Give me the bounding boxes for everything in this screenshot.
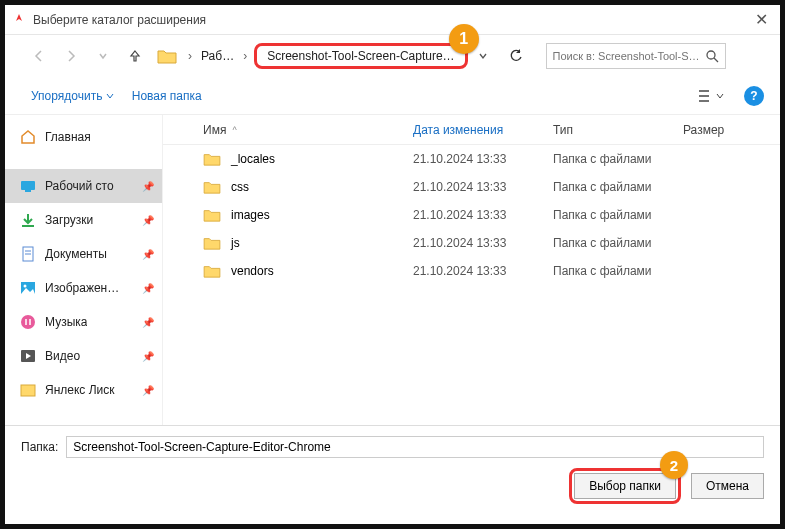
sidebar-icon (19, 313, 37, 331)
folder-label: Папка: (21, 440, 58, 454)
sidebar: ГлавнаяРабочий сто📌Загрузки📌Документы📌Из… (5, 115, 163, 425)
svg-rect-6 (25, 190, 31, 192)
back-button[interactable] (25, 42, 53, 70)
recent-dropdown[interactable] (89, 42, 117, 70)
window-title: Выберите каталог расширения (33, 13, 749, 27)
table-row[interactable]: images21.10.2024 13:33Папка с файлами (163, 201, 780, 229)
folder-icon (157, 48, 177, 64)
svg-point-13 (21, 315, 35, 329)
sidebar-item-label: Главная (45, 130, 91, 144)
sidebar-item[interactable]: Загрузки📌 (5, 203, 162, 237)
folder-icon (203, 152, 221, 166)
file-date: 21.10.2024 13:33 (413, 236, 553, 250)
svg-rect-15 (21, 385, 35, 396)
select-folder-button[interactable]: Выбор папки (574, 473, 676, 499)
file-name: images (231, 208, 270, 222)
sidebar-icon (19, 128, 37, 146)
search-input[interactable] (553, 50, 705, 62)
file-date: 21.10.2024 13:33 (413, 264, 553, 278)
svg-line-1 (714, 58, 718, 62)
chevron-right-icon[interactable]: › (185, 49, 195, 63)
callout-badge-2: 2 (660, 451, 688, 479)
callout-badge-1: 1 (449, 24, 479, 54)
breadcrumb-1[interactable]: Раб… (199, 49, 236, 63)
file-date: 21.10.2024 13:33 (413, 180, 553, 194)
search-box[interactable] (546, 43, 726, 69)
sidebar-icon (19, 211, 37, 229)
file-name: css (231, 180, 249, 194)
sidebar-icon (19, 177, 37, 195)
file-type: Папка с файлами (553, 152, 683, 166)
file-type: Папка с файлами (553, 208, 683, 222)
main-area: ГлавнаяРабочий сто📌Загрузки📌Документы📌Из… (5, 115, 780, 425)
pin-icon: 📌 (142, 283, 154, 294)
sidebar-icon (19, 245, 37, 263)
header-date[interactable]: Дата изменения (413, 123, 553, 137)
close-icon[interactable]: ✕ (749, 10, 774, 29)
sidebar-icon (19, 279, 37, 297)
table-row[interactable]: css21.10.2024 13:33Папка с файлами (163, 173, 780, 201)
sidebar-item-label: Музыка (45, 315, 87, 329)
sidebar-item-label: Янлекс Лиск (45, 383, 115, 397)
chevron-right-icon[interactable]: › (240, 49, 250, 63)
organize-menu[interactable]: Упорядочить (31, 89, 114, 103)
refresh-button[interactable] (498, 48, 534, 64)
pin-icon: 📌 (142, 385, 154, 396)
new-folder-button[interactable]: Новая папка (132, 89, 202, 103)
folder-icon (203, 180, 221, 194)
sidebar-icon (19, 347, 37, 365)
table-row[interactable]: js21.10.2024 13:33Папка с файлами (163, 229, 780, 257)
file-date: 21.10.2024 13:33 (413, 152, 553, 166)
header-size[interactable]: Размер (683, 123, 780, 137)
sidebar-item-label: Рабочий сто (45, 179, 114, 193)
button-row: Выбор папки 2 Отмена (21, 468, 764, 504)
table-row[interactable]: _locales21.10.2024 13:33Папка с файлами (163, 145, 780, 173)
pin-icon: 📌 (142, 351, 154, 362)
file-pane: Имя^ Дата изменения Тип Размер _locales2… (163, 115, 780, 425)
search-icon[interactable] (705, 49, 719, 63)
file-type: Папка с файлами (553, 236, 683, 250)
file-type: Папка с файлами (553, 264, 683, 278)
file-date: 21.10.2024 13:33 (413, 208, 553, 222)
sidebar-item[interactable]: Музыка📌 (5, 305, 162, 339)
sidebar-item-label: Видео (45, 349, 80, 363)
folder-line: Папка: (21, 436, 764, 458)
path-dropdown[interactable] (472, 51, 494, 61)
sidebar-item[interactable]: Изображен…📌 (5, 271, 162, 305)
forward-button[interactable] (57, 42, 85, 70)
sidebar-icon (19, 381, 37, 399)
breadcrumb-current-highlight: Screenshot-Tool-Screen-Capture… 1 (254, 43, 467, 69)
sort-indicator-icon: ^ (232, 125, 236, 135)
cancel-button[interactable]: Отмена (691, 473, 764, 499)
file-name: js (231, 236, 240, 250)
nav-row: › Раб… › Screenshot-Tool-Screen-Capture…… (5, 35, 780, 77)
sidebar-item[interactable]: Главная (5, 115, 162, 159)
pin-icon: 📌 (142, 249, 154, 260)
table-row[interactable]: vendors21.10.2024 13:33Папка с файлами (163, 257, 780, 285)
sidebar-item[interactable]: Янлекс Лиск📌 (5, 373, 162, 407)
sidebar-item-label: Изображен… (45, 281, 119, 295)
header-name[interactable]: Имя^ (163, 123, 413, 137)
breadcrumb-current[interactable]: Screenshot-Tool-Screen-Capture… (265, 49, 456, 63)
file-name: vendors (231, 264, 274, 278)
view-menu[interactable] (696, 85, 726, 107)
svg-point-0 (707, 51, 715, 59)
bottom-panel: Папка: Выбор папки 2 Отмена (5, 425, 780, 516)
folder-input[interactable] (66, 436, 764, 458)
toolbar: Упорядочить Новая папка ? (5, 77, 780, 115)
up-button[interactable] (121, 42, 149, 70)
help-icon[interactable]: ? (744, 86, 764, 106)
header-type[interactable]: Тип (553, 123, 683, 137)
sidebar-item[interactable]: Документы📌 (5, 237, 162, 271)
sidebar-item-label: Загрузки (45, 213, 93, 227)
pin-icon: 📌 (142, 181, 154, 192)
sidebar-item[interactable]: Видео📌 (5, 339, 162, 373)
sidebar-item[interactable]: Рабочий сто📌 (5, 169, 162, 203)
folder-icon (203, 264, 221, 278)
file-name: _locales (231, 152, 275, 166)
pin-icon: 📌 (142, 317, 154, 328)
column-headers: Имя^ Дата изменения Тип Размер (163, 115, 780, 145)
folder-icon (203, 236, 221, 250)
folder-icon (203, 208, 221, 222)
titlebar: Выберите каталог расширения ✕ (5, 5, 780, 35)
